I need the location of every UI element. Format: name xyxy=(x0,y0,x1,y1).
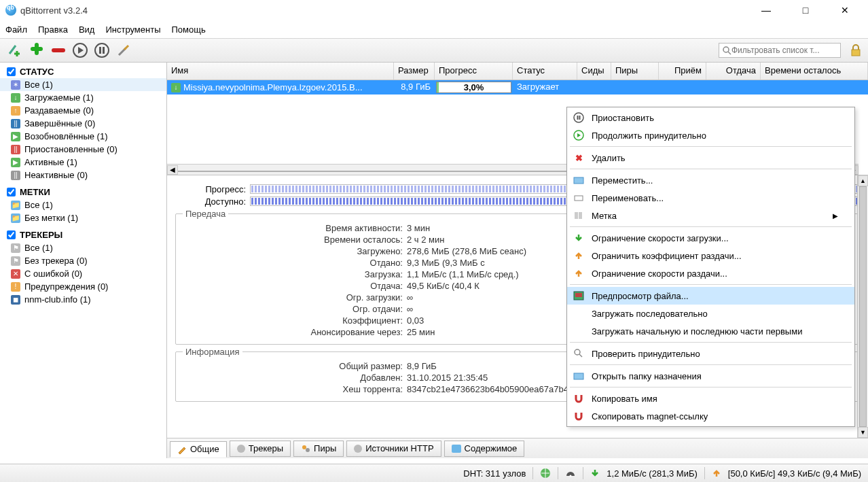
torrent-status: Загружает xyxy=(513,80,577,94)
tracker-icon xyxy=(237,445,245,453)
col-progress[interactable]: Прогресс xyxy=(435,63,513,80)
scroll-thumb[interactable] xyxy=(178,171,580,172)
svg-point-16 xyxy=(575,349,580,355)
ctx-recheck[interactable]: Проверить принудительно xyxy=(567,345,854,362)
progress-bar: 3,0% xyxy=(436,82,511,93)
preferences-button[interactable] xyxy=(114,41,133,60)
sidebar-item-completed[interactable]: ||Завершённые (0) xyxy=(0,117,166,130)
status-checkbox[interactable] xyxy=(7,67,16,76)
ctx-copy-magnet[interactable]: Скопировать magnet-ссылку xyxy=(567,407,854,425)
lock-icon[interactable] xyxy=(849,44,863,57)
sidebar-item-paused[interactable]: ||Приостановленные (0) xyxy=(0,143,166,156)
maximize-button[interactable]: □ xyxy=(793,5,818,16)
col-peers[interactable]: Пиры xyxy=(611,63,659,80)
minimize-button[interactable]: — xyxy=(754,5,778,16)
labels-checkbox[interactable] xyxy=(7,188,16,196)
menu-tools[interactable]: Инструменты xyxy=(105,24,160,35)
speed-limit-icon[interactable] xyxy=(565,468,576,479)
sidebar-item-inactive[interactable]: ||Неактивные (0) xyxy=(0,169,166,182)
filter-box[interactable] xyxy=(719,43,841,58)
app-icon xyxy=(5,5,16,16)
tab-http[interactable]: Источники HTTP xyxy=(346,441,441,457)
trackers-checkbox[interactable] xyxy=(7,230,16,239)
add-torrent-button[interactable] xyxy=(27,41,46,60)
sidebar-item-nnmclub[interactable]: ◼nnm-club.info (1) xyxy=(0,293,166,306)
ctx-pause[interactable]: Приостановить xyxy=(567,109,854,126)
vscroll-thumb[interactable] xyxy=(859,186,867,427)
remove-button[interactable] xyxy=(49,41,68,60)
sidebar-item-active[interactable]: ▶Активные (1) xyxy=(0,156,166,169)
window-title: qBittorrent v3.2.4 xyxy=(20,5,88,16)
svg-point-4 xyxy=(302,445,306,449)
folder-icon xyxy=(573,174,585,186)
ctx-limit-ratio[interactable]: Ограничить коэффициент раздачи... xyxy=(567,247,854,264)
ctx-sequential[interactable]: Загружать последовательно xyxy=(567,305,854,322)
down-rate-icon xyxy=(573,232,585,244)
tab-general[interactable]: Общие xyxy=(170,441,227,458)
sidebar-item-downloading[interactable]: ↓Загружаемые (1) xyxy=(0,91,166,104)
ctx-move[interactable]: Переместить... xyxy=(567,171,854,189)
tab-trackers[interactable]: Трекеры xyxy=(230,441,291,457)
ctx-preview[interactable]: Предпросмотр файла... xyxy=(567,287,854,305)
scroll-left-button[interactable]: ◀ xyxy=(167,165,178,175)
ctx-label[interactable]: Метка▶ xyxy=(567,207,854,224)
sidebar-item-labels-all[interactable]: 📁Все (1) xyxy=(0,199,166,211)
submenu-arrow-icon: ▶ xyxy=(833,212,838,220)
sidebar-item-seeding[interactable]: ↑Раздаваемые (0) xyxy=(0,104,166,117)
col-status[interactable]: Статус xyxy=(513,63,577,80)
torrent-name: Missiya.nevypolnima.Plemya.Izgoev.2015.B… xyxy=(183,82,363,92)
up-rate-icon xyxy=(573,267,585,279)
preview-icon xyxy=(573,290,585,302)
ctx-first-last[interactable]: Загружать начальную и последнюю части пе… xyxy=(567,322,854,340)
torrent-row[interactable]: ↓Missiya.nevypolnima.Plemya.Izgoev.2015.… xyxy=(167,80,868,94)
col-up[interactable]: Отдача xyxy=(706,63,761,80)
ctx-limit-upload[interactable]: Ограничение скорости раздачи... xyxy=(567,264,854,282)
tab-content[interactable]: Содержимое xyxy=(444,441,525,457)
pause-button[interactable] xyxy=(92,41,111,60)
sidebar-item-notracker[interactable]: ⚑Без трекера (0) xyxy=(0,254,166,267)
menu-edit[interactable]: Правка xyxy=(38,24,68,35)
menu-file[interactable]: Файл xyxy=(5,24,27,35)
col-name[interactable]: Имя xyxy=(167,63,394,80)
menu-view[interactable]: Вид xyxy=(79,24,95,35)
sidebar-item-warning[interactable]: !Предупреждения (0) xyxy=(0,280,166,293)
up-speed: [50,0 КиБ/с] 49,3 КиБ/с (9,4 МиБ) xyxy=(728,468,861,479)
add-link-button[interactable] xyxy=(5,41,24,60)
folder-open-icon xyxy=(573,370,585,382)
ctx-rename[interactable]: Переименовать... xyxy=(567,189,854,207)
col-down[interactable]: Приём xyxy=(659,63,706,80)
down-speed: 1,2 МиБ/с (281,3 МиБ) xyxy=(607,468,697,479)
sidebar-head-status[interactable]: СТАТУС xyxy=(0,65,166,78)
sidebar-head-trackers[interactable]: ТРЕКЕРЫ xyxy=(0,228,166,241)
ctx-copy-name[interactable]: Копировать имя xyxy=(567,390,854,407)
sidebar-item-nolabel[interactable]: 📁Без метки (1) xyxy=(0,211,166,224)
ctx-force-resume[interactable]: Продолжить принудительно xyxy=(567,126,854,144)
close-button[interactable]: ✕ xyxy=(833,5,857,16)
magnifier-icon xyxy=(573,347,585,360)
vertical-scrollbar[interactable]: ▲ ▼ xyxy=(857,175,868,438)
col-seeds[interactable]: Сиды xyxy=(577,63,611,80)
filter-input[interactable] xyxy=(731,46,837,55)
tab-peers[interactable]: Пиры xyxy=(293,441,344,457)
sidebar-item-error[interactable]: ✕С ошибкой (0) xyxy=(0,267,166,280)
scroll-up-button[interactable]: ▲ xyxy=(858,175,868,186)
sidebar-head-labels[interactable]: МЕТКИ xyxy=(0,186,166,199)
resume-button[interactable] xyxy=(71,41,90,60)
toolbar xyxy=(0,38,868,63)
sidebar-item-trackers-all[interactable]: ⚑Все (1) xyxy=(0,241,166,254)
ctx-open-dest[interactable]: Открыть папку назначения xyxy=(567,367,854,385)
sidebar-item-all[interactable]: ✶Все (1) xyxy=(0,78,166,91)
search-icon xyxy=(722,46,731,55)
col-size[interactable]: Размер xyxy=(394,63,435,80)
menu-help[interactable]: Помощь xyxy=(171,24,205,35)
ctx-limit-download[interactable]: Ограничение скорости загрузки... xyxy=(567,229,854,247)
magnet-icon xyxy=(573,392,585,404)
scroll-down-button[interactable]: ▼ xyxy=(858,427,868,438)
sidebar-item-resumed[interactable]: ▶Возобновлённые (1) xyxy=(0,130,166,143)
dht-status: DHT: 311 узлов xyxy=(463,468,526,479)
globe-icon[interactable] xyxy=(540,468,551,479)
ctx-delete[interactable]: ✖Удалить xyxy=(567,149,854,167)
rename-icon xyxy=(573,192,585,204)
peers-icon xyxy=(301,444,310,453)
col-eta[interactable]: Времени осталось xyxy=(761,63,868,80)
